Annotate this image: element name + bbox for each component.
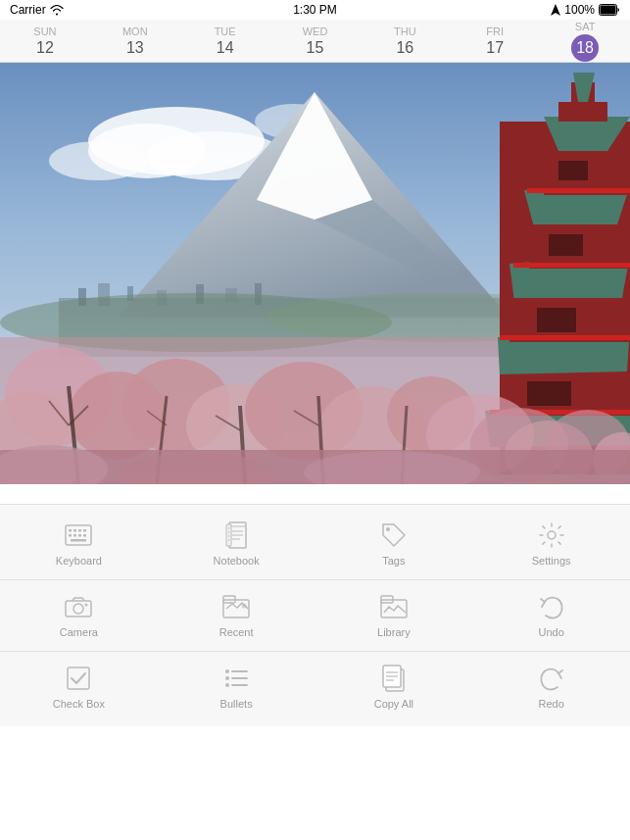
photo-section: Great View! bbox=[0, 63, 630, 504]
svg-rect-73 bbox=[78, 529, 81, 532]
tags-icon bbox=[380, 521, 408, 549]
cal-day-13[interactable]: MON13 bbox=[90, 20, 180, 62]
cal-day-12[interactable]: SUN12 bbox=[0, 20, 90, 62]
checkbox-label: Check Box bbox=[53, 698, 105, 710]
svg-rect-59 bbox=[500, 335, 630, 340]
toolbar-bullets[interactable]: Bullets bbox=[158, 652, 315, 722]
svg-rect-58 bbox=[513, 263, 630, 268]
svg-rect-1 bbox=[601, 6, 616, 15]
cal-day-name: SAT bbox=[575, 21, 596, 32]
svg-point-100 bbox=[225, 676, 229, 680]
cal-day-14[interactable]: TUE14 bbox=[180, 20, 270, 62]
library-icon bbox=[380, 593, 408, 620]
calendar-header[interactable]: SUN12MON13TUE14WED15THU16FRI17SAT18 bbox=[0, 20, 630, 63]
cal-day-name: SUN bbox=[33, 25, 56, 37]
toolbar-row-2: Camera Recent Library bbox=[0, 580, 630, 651]
status-bar: Carrier 1:30 PM 100% bbox=[0, 0, 630, 20]
cal-day-number: 16 bbox=[396, 39, 413, 57]
svg-point-87 bbox=[386, 527, 390, 531]
bullets-label: Bullets bbox=[220, 698, 253, 710]
cal-day-number: 14 bbox=[217, 39, 234, 57]
svg-rect-53 bbox=[558, 161, 588, 180]
cal-day-16[interactable]: THU16 bbox=[360, 20, 450, 62]
cal-day-name: WED bbox=[303, 25, 328, 37]
location-icon bbox=[551, 4, 560, 16]
checkbox-icon bbox=[65, 665, 92, 692]
toolbar-redo[interactable]: Redo bbox=[472, 652, 630, 722]
keyboard-label: Keyboard bbox=[56, 555, 102, 567]
svg-rect-71 bbox=[69, 529, 72, 532]
svg-rect-79 bbox=[71, 539, 86, 542]
svg-rect-78 bbox=[83, 534, 86, 537]
toolbar-settings[interactable]: Settings bbox=[472, 509, 630, 579]
recent-label: Recent bbox=[219, 626, 254, 638]
toolbar-row-1: Keyboard Notebook bbox=[0, 509, 630, 579]
recent-icon bbox=[222, 593, 250, 620]
bullets-icon bbox=[222, 665, 250, 692]
keyboard-icon bbox=[65, 521, 92, 549]
cal-day-number: 15 bbox=[307, 39, 324, 57]
toolbar-notebook[interactable]: Notebook bbox=[158, 509, 315, 579]
cal-day-15[interactable]: WED15 bbox=[270, 20, 361, 62]
wifi-icon bbox=[50, 5, 64, 16]
battery-label: 100% bbox=[564, 3, 595, 17]
svg-rect-55 bbox=[537, 308, 576, 332]
toolbar: Keyboard Notebook bbox=[0, 505, 630, 726]
cal-day-name: THU bbox=[394, 25, 416, 37]
cal-day-number: 17 bbox=[486, 39, 504, 57]
toolbar-camera[interactable]: Camera bbox=[0, 580, 158, 651]
cal-day-number: 18 bbox=[571, 34, 599, 62]
cal-day-name: MON bbox=[122, 25, 148, 37]
carrier-signal: Carrier bbox=[10, 3, 64, 17]
redo-label: Redo bbox=[538, 698, 563, 710]
cal-day-number: 13 bbox=[126, 39, 144, 57]
toolbar-library[interactable]: Library bbox=[315, 580, 473, 651]
toolbar-recent[interactable]: Recent bbox=[158, 580, 315, 651]
notebook-label: Notebook bbox=[214, 555, 260, 567]
settings-label: Settings bbox=[532, 555, 571, 567]
svg-point-91 bbox=[85, 604, 88, 607]
svg-point-88 bbox=[548, 531, 556, 539]
cal-day-name: TUE bbox=[215, 25, 236, 37]
status-icons: 100% bbox=[551, 3, 620, 17]
svg-rect-56 bbox=[527, 381, 571, 406]
carrier-label: Carrier bbox=[10, 3, 46, 17]
camera-icon bbox=[65, 593, 92, 620]
notebook-icon bbox=[222, 521, 250, 549]
copyall-icon bbox=[380, 665, 408, 692]
toolbar-checkbox[interactable]: Check Box bbox=[0, 652, 158, 722]
cal-day-18[interactable]: SAT18 bbox=[540, 20, 630, 62]
svg-rect-74 bbox=[83, 529, 86, 532]
svg-point-102 bbox=[225, 683, 229, 687]
svg-point-90 bbox=[73, 604, 83, 614]
toolbar-copyall[interactable]: Copy All bbox=[315, 652, 473, 722]
svg-point-94 bbox=[242, 604, 247, 609]
svg-rect-76 bbox=[73, 534, 76, 537]
undo-label: Undo bbox=[538, 626, 563, 638]
svg-point-98 bbox=[225, 669, 229, 673]
redo-icon bbox=[538, 665, 565, 692]
toolbar-row-3: Check Box Bullets bbox=[0, 652, 630, 722]
svg-rect-72 bbox=[73, 529, 76, 532]
tags-label: Tags bbox=[382, 555, 405, 567]
time-display: 1:30 PM bbox=[293, 3, 337, 17]
svg-point-6 bbox=[49, 141, 147, 180]
copyall-label: Copy All bbox=[374, 698, 413, 710]
battery-icon bbox=[599, 4, 620, 16]
svg-rect-75 bbox=[69, 534, 72, 537]
photo-image bbox=[0, 63, 630, 484]
undo-icon bbox=[538, 593, 565, 620]
camera-label: Camera bbox=[60, 626, 98, 638]
cal-day-number: 12 bbox=[36, 39, 54, 57]
status-time: 1:30 PM bbox=[293, 3, 337, 17]
toolbar-tags[interactable]: Tags bbox=[315, 509, 473, 579]
library-label: Library bbox=[377, 626, 411, 638]
svg-rect-54 bbox=[549, 234, 583, 256]
settings-icon bbox=[538, 521, 565, 549]
cal-day-name: FRI bbox=[486, 25, 504, 37]
toolbar-undo[interactable]: Undo bbox=[472, 580, 630, 651]
toolbar-keyboard[interactable]: Keyboard bbox=[0, 509, 158, 579]
svg-rect-57 bbox=[527, 188, 630, 193]
cal-day-17[interactable]: FRI17 bbox=[450, 20, 540, 62]
svg-rect-77 bbox=[78, 534, 81, 537]
